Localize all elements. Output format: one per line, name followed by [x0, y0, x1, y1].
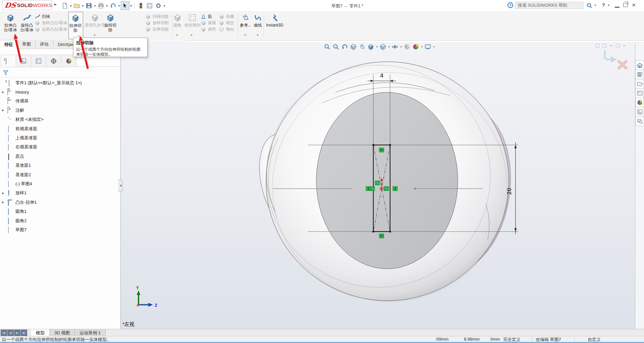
last-tab-button[interactable]: ▶|: [21, 330, 27, 336]
boundary-cut-button[interactable]: 边界切除: [145, 26, 169, 33]
tree-item[interactable]: ▶ 零件1 (默认<<默认>_显示状态 1>): [0, 78, 120, 87]
tree-filter-bar[interactable]: [0, 68, 98, 78]
tree-item[interactable]: ▶ 凸台-拉伸1: [0, 198, 120, 207]
select-dropdown-icon[interactable]: [129, 1, 133, 10]
wrap-button[interactable]: 包覆: [219, 13, 234, 20]
tree-item[interactable]: ▶ 材质 <未指定>: [0, 115, 120, 124]
appearances-scenes-tab[interactable]: [635, 98, 644, 107]
extrude-cut-button-highlight[interactable]: 拉伸切除: [68, 12, 83, 39]
curves-button[interactable]: 曲线: [252, 13, 264, 28]
tree-item[interactable]: ▶ 放样1: [0, 189, 120, 198]
ribbon-tab[interactable]: 特征: [0, 40, 18, 49]
display-style-dropdown-icon[interactable]: [387, 45, 390, 49]
zoom-to-fit-icon[interactable]: [323, 43, 331, 51]
revolve-cut-button[interactable]: 旋转切除: [103, 13, 118, 32]
menu-flyout-icon[interactable]: ▶: [54, 3, 57, 6]
edit-appearance-icon[interactable]: [403, 43, 411, 51]
boundary-boss-button[interactable]: 边界凸台/基体: [35, 26, 67, 33]
first-tab-button[interactable]: |◀: [1, 330, 7, 336]
shell-button[interactable]: 抽壳: [201, 26, 216, 33]
linear-pattern-button[interactable]: 线性阵列: [184, 13, 201, 28]
model-flat-face[interactable]: [316, 92, 458, 269]
apply-scene-icon[interactable]: [412, 43, 420, 51]
tree-item[interactable]: ▶ 圆角2: [0, 216, 120, 225]
new-dropdown-icon[interactable]: [69, 1, 72, 10]
hole-wizard-dropdown-icon[interactable]: [94, 35, 96, 37]
design-library-tab[interactable]: [635, 70, 644, 79]
select-cursor-button[interactable]: [121, 1, 129, 10]
next-tab-button[interactable]: ▶: [14, 330, 20, 336]
file-explorer-tab[interactable]: [635, 79, 644, 89]
tree-item[interactable]: ▶ 原点: [0, 152, 120, 161]
help-menu-button[interactable]: ?: [602, 2, 605, 8]
search-dropdown-icon[interactable]: [594, 5, 596, 7]
settings-dropdown-icon[interactable]: [163, 1, 166, 10]
ribbon-tab[interactable]: 草图: [18, 40, 36, 49]
mirror-button[interactable]: 镜向: [219, 26, 234, 33]
expand-arrow-icon[interactable]: ▶: [2, 109, 7, 112]
help-circle-icon[interactable]: ?: [507, 2, 513, 8]
custom-properties-tab[interactable]: [635, 107, 644, 117]
panel-flyout-handle[interactable]: [118, 180, 123, 192]
prev-tab-button[interactable]: ◀: [7, 330, 14, 336]
rebuild-traffic-light-button[interactable]: [137, 1, 145, 10]
document-tab[interactable]: 3D 视图: [50, 329, 75, 336]
tree-item[interactable]: ▶ 草图7: [0, 225, 120, 234]
close-button[interactable]: ×: [632, 1, 636, 9]
document-tab[interactable]: 模型: [31, 329, 50, 336]
reference-geometry-button[interactable]: 参考...: [239, 13, 252, 28]
centerline-endpoint[interactable]: [414, 188, 416, 190]
print-button[interactable]: [97, 1, 105, 10]
ribbon-tab[interactable]: 评估: [36, 40, 53, 49]
instant3d-button[interactable]: Instant3D: [265, 13, 284, 28]
search-icon[interactable]: [586, 2, 593, 10]
reference-dropdown-icon[interactable]: [244, 35, 246, 37]
configurations-tab[interactable]: [31, 55, 46, 67]
view-annotations-icon[interactable]: [358, 43, 366, 51]
tree-item[interactable]: ▶ 右视基准面: [0, 143, 120, 152]
tree-item[interactable]: ▶ 圆角1: [0, 207, 120, 216]
help-dropdown-icon[interactable]: [608, 5, 610, 7]
open-button[interactable]: [72, 1, 81, 10]
home-tab[interactable]: [635, 60, 644, 70]
hide-show-items-icon[interactable]: [391, 43, 399, 51]
linear-pattern-dropdown-icon[interactable]: [191, 35, 193, 37]
viewport-minimize-icon[interactable]: [609, 45, 613, 46]
intersect-button[interactable]: 相交: [219, 20, 234, 26]
graphics-viewport[interactable]: 4 20: [121, 42, 635, 329]
new-document-button[interactable]: [60, 1, 69, 10]
open-dropdown-icon[interactable]: [81, 1, 85, 10]
forum-tab[interactable]: [635, 117, 644, 126]
undo-dropdown-icon[interactable]: [117, 1, 121, 10]
view-orientation-dropdown-icon[interactable]: [375, 45, 378, 49]
minimize-button[interactable]: [615, 7, 620, 8]
zoom-to-area-icon[interactable]: [332, 43, 340, 51]
view-settings-icon[interactable]: [424, 43, 432, 51]
viewport-restore-icon[interactable]: [616, 44, 620, 48]
options-list-button[interactable]: [145, 1, 154, 10]
expand-arrow-icon[interactable]: ▶: [2, 91, 7, 94]
model-body[interactable]: [252, 62, 521, 301]
tree-item[interactable]: ▶ History: [0, 87, 120, 96]
view-palette-tab[interactable]: [635, 89, 644, 98]
fillet-dropdown-icon[interactable]: [176, 35, 178, 37]
filter-funnel-icon[interactable]: [3, 70, 9, 76]
properties-tab[interactable]: [16, 55, 31, 67]
revolve-boss-button[interactable]: 旋转凸台/基体: [19, 13, 35, 32]
previous-view-icon[interactable]: [340, 43, 349, 51]
save-dropdown-icon[interactable]: [93, 1, 97, 10]
settings-gear-button[interactable]: [154, 1, 163, 10]
loft-boss-button[interactable]: 放样凸台/基体: [35, 20, 67, 26]
apply-scene-dropdown-icon[interactable]: [420, 45, 423, 49]
view-orientation-icon[interactable]: [367, 43, 375, 51]
section-view-icon[interactable]: [349, 43, 358, 51]
draft-button[interactable]: 拔模: [201, 20, 216, 26]
tree-item[interactable]: ▶ 上视基准面: [0, 133, 120, 142]
restore-button[interactable]: [623, 3, 628, 7]
extrude-boss-button[interactable]: 拉伸凸台/基体: [3, 13, 18, 32]
fillet-button[interactable]: 圆角: [172, 13, 183, 28]
expand-arrow-icon[interactable]: ▶: [2, 201, 7, 204]
view-settings-dropdown-icon[interactable]: [432, 45, 435, 49]
print-dropdown-icon[interactable]: [105, 1, 109, 10]
tree-item[interactable]: ▶ 基准面1: [0, 161, 120, 170]
